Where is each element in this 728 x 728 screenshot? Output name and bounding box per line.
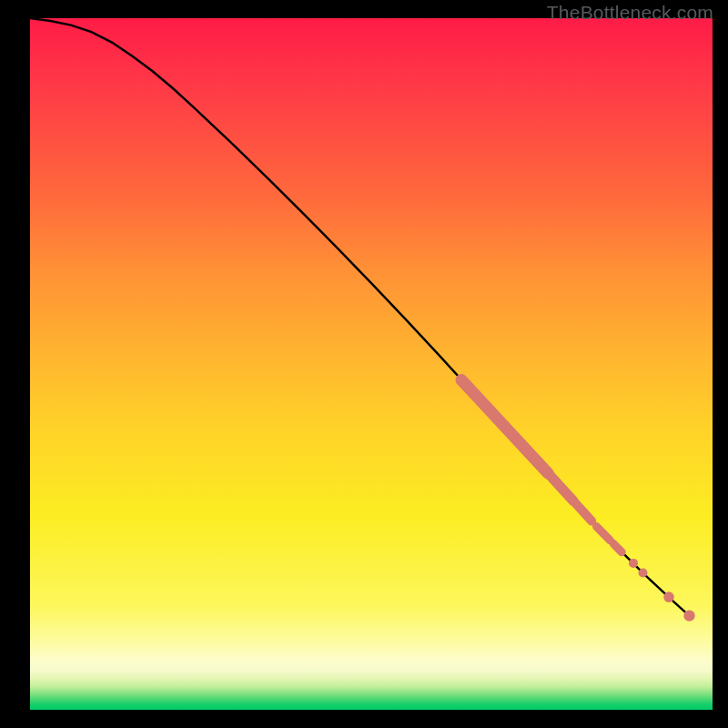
chart-marker-dot xyxy=(639,569,648,578)
chart-marker-segment xyxy=(461,379,548,473)
watermark-label: TheBottleneck.com xyxy=(547,2,713,24)
chart-marker-segment xyxy=(573,500,592,521)
chart-marker-segment xyxy=(613,544,622,552)
chart-marker-segment xyxy=(548,473,573,500)
chart-marker-segment xyxy=(597,527,611,541)
chart-marker-segments xyxy=(461,379,622,551)
chart-stage: TheBottleneck.com xyxy=(0,0,728,728)
chart-marker-dot xyxy=(683,610,694,621)
chart-svg-layer xyxy=(30,18,713,710)
chart-marker-dot xyxy=(629,559,638,568)
chart-curve xyxy=(30,18,690,616)
chart-marker-dot xyxy=(663,592,674,602)
chart-plot-area xyxy=(30,18,713,710)
